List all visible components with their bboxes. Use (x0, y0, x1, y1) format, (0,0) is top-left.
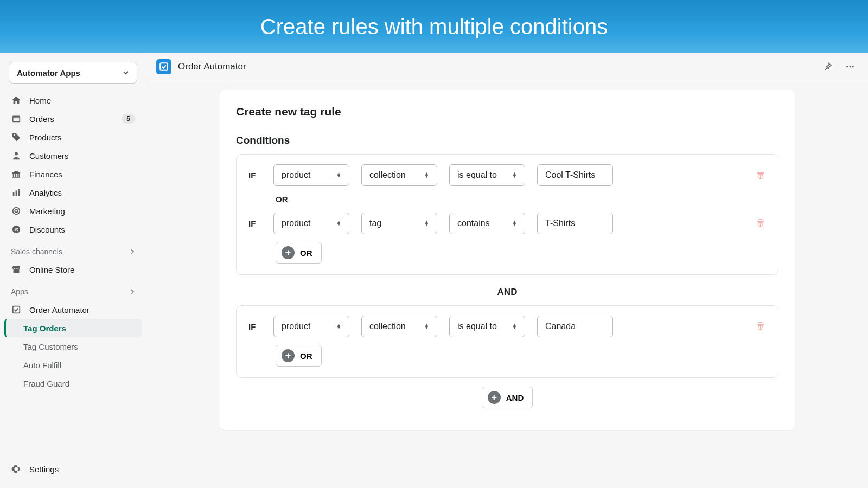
nav-customers[interactable]: Customers (4, 146, 142, 165)
subject-select[interactable]: product ▲▼ (273, 164, 349, 186)
nav-app-sub-fraud-guard[interactable]: Fraud Guard (4, 374, 142, 393)
field-select[interactable]: collection ▲▼ (361, 316, 437, 337)
select-value: contains (457, 219, 490, 228)
nav-section-label: Sales channels (11, 247, 62, 256)
nav-section-sales-channels[interactable]: Sales channels (4, 239, 142, 260)
orders-icon (11, 113, 22, 124)
sort-icon: ▲▼ (512, 221, 517, 226)
svg-rect-3 (16, 190, 17, 196)
svg-point-6 (15, 209, 17, 212)
nav-app-order-automator[interactable]: Order Automator (4, 300, 142, 319)
svg-point-14 (852, 66, 854, 67)
bank-icon (11, 169, 22, 179)
hero-title: Create rules with multiple conditions (260, 15, 608, 39)
target-icon (11, 206, 22, 216)
nav-products[interactable]: Products (4, 128, 142, 146)
field-select[interactable]: collection ▲▼ (361, 164, 437, 186)
nav-app-sub-tag-orders[interactable]: Tag Orders (4, 319, 142, 337)
if-label: IF (248, 219, 261, 228)
app-topbar: Order Automator (146, 53, 868, 80)
nav-label: Tag Orders (23, 324, 135, 333)
app-icon (11, 304, 22, 315)
if-label: IF (248, 171, 261, 180)
nav-label: Orders (29, 114, 114, 124)
select-value: is equal to (457, 170, 497, 180)
conditions-heading: Conditions (236, 134, 778, 146)
select-value: collection (369, 322, 406, 331)
delete-condition-button[interactable] (755, 170, 766, 181)
tag-icon (11, 132, 22, 143)
nav-app-sub-tag-customers[interactable]: Tag Customers (4, 337, 142, 356)
operator-select[interactable]: is equal to ▲▼ (449, 164, 525, 186)
orders-badge: 5 (122, 114, 135, 124)
svg-rect-4 (18, 189, 20, 196)
select-value: is equal to (457, 322, 497, 331)
operator-select[interactable]: is equal to ▲▼ (449, 316, 525, 337)
delete-condition-button[interactable] (755, 321, 766, 332)
plus-icon: + (282, 246, 295, 259)
input-value: T-Shirts (545, 219, 575, 228)
add-and-button[interactable]: + AND (482, 387, 533, 408)
nav-section-label: Apps (11, 287, 28, 296)
sort-icon: ▲▼ (424, 324, 429, 329)
condition-group: IF product ▲▼ collection ▲▼ is equal to (236, 305, 778, 378)
nav-label: Finances (29, 170, 135, 179)
page-title: Create new tag rule (236, 105, 778, 118)
plus-icon: + (488, 391, 501, 404)
svg-point-8 (15, 228, 16, 229)
main: Order Automator Create new tag rule Cond… (146, 53, 868, 488)
nav-label: Tag Customers (23, 342, 78, 351)
sort-icon: ▲▼ (336, 324, 341, 329)
nav-label: Auto Fulfill (23, 361, 61, 370)
svg-rect-0 (13, 117, 20, 122)
svg-point-12 (846, 66, 848, 67)
app-logo-icon (156, 59, 171, 74)
nav-section-apps[interactable]: Apps (4, 279, 142, 300)
value-input[interactable]: Cool T-Shirts (537, 164, 613, 186)
value-input[interactable]: T-Shirts (537, 213, 613, 234)
select-value: product (282, 322, 310, 331)
chevron-right-icon (130, 249, 135, 254)
button-label: OR (300, 351, 312, 361)
bars-icon (11, 187, 22, 198)
nav-discounts[interactable]: Discounts (4, 220, 142, 239)
chevron-right-icon (130, 289, 135, 294)
nav-label: Customers (29, 151, 135, 160)
condition-row: IF product ▲▼ collection ▲▼ is equal to (248, 316, 766, 337)
field-select[interactable]: tag ▲▼ (361, 213, 437, 234)
app-title: Order Automator (178, 61, 813, 72)
plus-icon: + (282, 349, 295, 362)
value-input[interactable]: Canada (537, 316, 613, 337)
store-selector[interactable]: Automator Apps (9, 62, 137, 84)
nav-orders[interactable]: Orders 5 (4, 110, 142, 128)
nav-online-store[interactable]: Online Store (4, 260, 142, 279)
pin-button[interactable] (819, 60, 835, 74)
operator-select[interactable]: contains ▲▼ (449, 213, 525, 234)
condition-row: IF product ▲▼ tag ▲▼ contains (248, 213, 766, 234)
hero-banner: Create rules with multiple conditions (0, 0, 868, 53)
subject-select[interactable]: product ▲▼ (273, 213, 349, 234)
nav-finances[interactable]: Finances (4, 165, 142, 183)
input-value: Canada (545, 322, 576, 331)
nav-analytics[interactable]: Analytics (4, 183, 142, 202)
nav-app-sub-auto-fulfill[interactable]: Auto Fulfill (4, 356, 142, 374)
nav-label: Order Automator (29, 305, 135, 314)
add-or-button[interactable]: + OR (276, 345, 322, 367)
svg-rect-10 (13, 306, 20, 313)
add-or-button[interactable]: + OR (276, 242, 322, 264)
select-value: collection (369, 170, 406, 180)
nav-label: Discounts (29, 225, 135, 234)
subject-select[interactable]: product ▲▼ (273, 316, 349, 337)
more-button[interactable] (842, 60, 858, 74)
nav-home[interactable]: Home (4, 91, 142, 110)
store-selector-label: Automator Apps (17, 68, 80, 78)
nav-label: Fraud Guard (23, 379, 69, 388)
person-icon (11, 150, 22, 161)
rule-card: Create new tag rule Conditions IF produc… (220, 90, 795, 430)
delete-condition-button[interactable] (755, 218, 766, 229)
gear-icon (11, 464, 22, 474)
button-label: AND (506, 393, 524, 402)
nav-label: Online Store (29, 265, 135, 274)
nav-settings[interactable]: Settings (4, 460, 142, 478)
nav-marketing[interactable]: Marketing (4, 202, 142, 220)
